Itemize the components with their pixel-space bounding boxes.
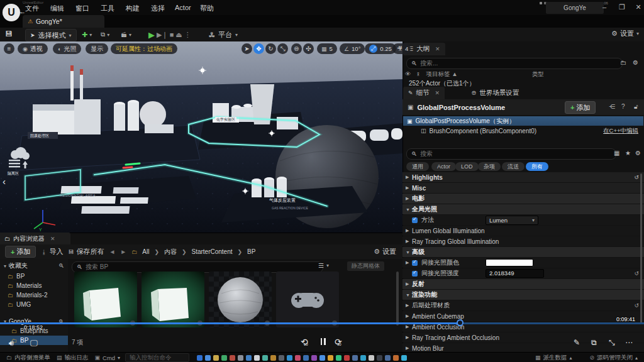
assets-scrollbar[interactable]	[396, 272, 399, 326]
derived-data-button[interactable]: ▦ 派生数据 ▴	[535, 354, 572, 362]
expander-icon[interactable]: ▶	[406, 185, 412, 190]
video-progress-handle[interactable]	[457, 319, 464, 326]
intensity-input[interactable]: 2.018349	[486, 269, 544, 278]
taskbar-app-icon[interactable]	[328, 355, 333, 361]
maximize-button[interactable]: ❐	[616, 3, 628, 11]
back-icon[interactable]: ◄	[109, 248, 115, 255]
outliner-search-input[interactable]: 🔍︎ 搜索...	[406, 58, 623, 69]
stop-icon[interactable]: ■	[170, 31, 174, 38]
blueprints-button[interactable]: ⧉▾	[101, 29, 109, 40]
row-rt-ambient-occlusion[interactable]: ▶ Ray Tracing Ambient Occlusion	[402, 332, 644, 343]
select-mode-dropdown[interactable]: ➤ 选择模式 ▾	[25, 29, 77, 41]
select-tool-icon[interactable]: ➤	[242, 43, 252, 54]
visibility-icon[interactable]: 👁︎	[405, 70, 411, 77]
outliner-settings-icon[interactable]: ⚙	[633, 59, 638, 66]
row-global-illumination[interactable]: ▼ 全局光照	[402, 204, 644, 214]
angle-snap-control[interactable]: ∠ 10°	[340, 43, 365, 54]
expander-icon[interactable]: ▼	[406, 293, 412, 297]
expander-icon[interactable]: ▶	[406, 324, 412, 329]
checkbox-checked[interactable]	[412, 260, 418, 266]
content-drawer-button[interactable]: 🗀 内容侧滑菜单	[6, 354, 50, 362]
filter-general[interactable]: 通用	[406, 162, 429, 171]
play-controls[interactable]: ▶ ▶❘ ■ ⏏ ⋮	[148, 29, 191, 40]
cb-save-all-button[interactable]: 💾︎ 保存所有	[68, 247, 104, 256]
tab-world-settings[interactable]: 🌐︎ 世界场景设置	[467, 87, 524, 99]
search-icon[interactable]: 🔍︎	[58, 263, 64, 269]
taskbar-app-icon[interactable]	[319, 355, 325, 361]
play-icon[interactable]: ▶	[148, 30, 155, 40]
lit-dropdown[interactable]: ◐ 光照	[53, 43, 81, 54]
checkbox-checked[interactable]	[412, 217, 418, 223]
tab-details[interactable]: ✎ 细节 ✕	[403, 87, 445, 99]
rewind-icon[interactable]: ⟲10	[301, 337, 308, 347]
cb-add-button[interactable]: + 添加	[5, 246, 36, 258]
taskbar-app-icon[interactable]	[213, 355, 219, 361]
component-row-selected[interactable]: ▣ GlobalPostProcessVolume（实例）	[403, 116, 643, 126]
expander-icon[interactable]: ▼	[406, 250, 412, 255]
fav-folder-materials2[interactable]: 🗀 Materials-2	[0, 290, 68, 300]
fav-folder-bp[interactable]: 🗀 BP	[0, 272, 68, 281]
perspective-dropdown[interactable]: ◉ 透视	[18, 43, 48, 54]
source-control-button[interactable]: ⊘ 源码管理关闭 ▴	[589, 354, 638, 362]
taskbar-app-icon[interactable]	[279, 355, 284, 361]
pencil-edit-icon[interactable]: ✎	[574, 338, 580, 347]
taskbar-app-icon[interactable]	[287, 355, 292, 361]
taskbar-app-icon[interactable]	[270, 355, 276, 361]
row-rendering-features[interactable]: ▼ 渲染功能	[402, 290, 644, 300]
asset-tile-sphere[interactable]: ●	[209, 272, 272, 327]
taskbar-app-icon[interactable]	[246, 355, 252, 361]
filter-misc[interactable]: 杂项	[478, 162, 501, 171]
shrink-icon[interactable]: ⤡	[609, 338, 615, 347]
expander-icon[interactable]: ▶	[406, 282, 412, 287]
filter-all[interactable]: 所有	[526, 162, 548, 171]
crumb-startercontent[interactable]: StarterContent	[191, 248, 232, 255]
details-search-input[interactable]: 🔍︎ 搜索	[406, 148, 616, 160]
cinematics-button[interactable]: 🎬︎▾	[121, 29, 131, 40]
menu-file[interactable]: 文件	[25, 4, 39, 13]
expander-icon[interactable]: ▼	[406, 207, 412, 212]
expander-icon[interactable]: ▶	[406, 239, 412, 244]
minimize-button[interactable]: –	[599, 3, 610, 11]
row-indirect-intensity[interactable]: 间接光照强度 2.018349	[402, 268, 644, 278]
row-method[interactable]: 方法 Lumen ▾	[402, 215, 644, 225]
taskbar-app-icon[interactable]	[336, 355, 341, 361]
grid-snap-control[interactable]: ▦ 5	[317, 43, 337, 54]
camera-speed-control[interactable]: 🎥︎ 4	[392, 43, 411, 54]
display-options-icon[interactable]: ▦	[614, 150, 619, 156]
viewport-menu-icon[interactable]: ≡	[4, 43, 14, 54]
subtitle-screen-icon[interactable]: 🖵	[30, 339, 38, 348]
output-log-button[interactable]: ▤ 输出日志	[57, 354, 89, 362]
taskbar-app-icon[interactable]	[254, 355, 260, 361]
reset-icon[interactable]	[634, 174, 639, 180]
row-cinematic[interactable]: ▶ 电影	[402, 194, 644, 204]
expander-icon[interactable]: ▶	[406, 314, 412, 319]
rotate-tool-icon[interactable]: ↻	[265, 43, 276, 54]
lock-icon[interactable]: 🔓︎	[634, 103, 638, 111]
expander-icon[interactable]: ▶	[406, 303, 412, 308]
row-misc[interactable]: ▶ Misc	[402, 183, 644, 193]
taskbar-app-icon[interactable]	[197, 355, 203, 361]
row-reflections[interactable]: ▶ 反射	[402, 279, 644, 289]
row-ambient-cubemap[interactable]: ▶ Ambient Cubemap	[402, 311, 644, 321]
favorites-star-icon[interactable]: ★	[625, 150, 631, 156]
expander-icon[interactable]: ▶	[406, 346, 412, 351]
component-row-brush[interactable]: ◫ BrushComponent (BrushComponent0) 在C++中…	[403, 126, 643, 135]
taskbar-app-icon[interactable]	[377, 355, 382, 361]
close-button[interactable]: ✕	[633, 3, 644, 11]
console-input[interactable]: 输入控制台命令	[125, 353, 189, 362]
cmd-dropdown[interactable]: ▣ Cmd ▾	[95, 354, 121, 361]
expander-icon[interactable]: ▶	[406, 228, 412, 233]
details-scrollbar[interactable]	[640, 173, 642, 324]
row-lumen-gi[interactable]: ▶ Lumen Global Illumination	[402, 226, 644, 236]
show-dropdown[interactable]: 显示	[86, 43, 108, 54]
asset-tile-glow-cube-2[interactable]: ●	[142, 272, 204, 327]
move-tool-icon[interactable]: ✥	[253, 43, 264, 54]
static-mesh-filter-chip[interactable]: 静态网格体	[347, 261, 384, 271]
row-postprocess-materials[interactable]: ▶ 后期处理材质	[402, 300, 644, 310]
world-space-icon[interactable]: 🌐︎	[291, 43, 302, 54]
fav-folder-umg[interactable]: 🗀 UMG	[0, 300, 68, 309]
help-icon[interactable]: ?	[621, 103, 625, 110]
item-label-column[interactable]: 项目标签 ▲	[426, 70, 458, 77]
checkbox-checked[interactable]	[412, 271, 418, 277]
crumb-all[interactable]: All	[142, 248, 149, 255]
